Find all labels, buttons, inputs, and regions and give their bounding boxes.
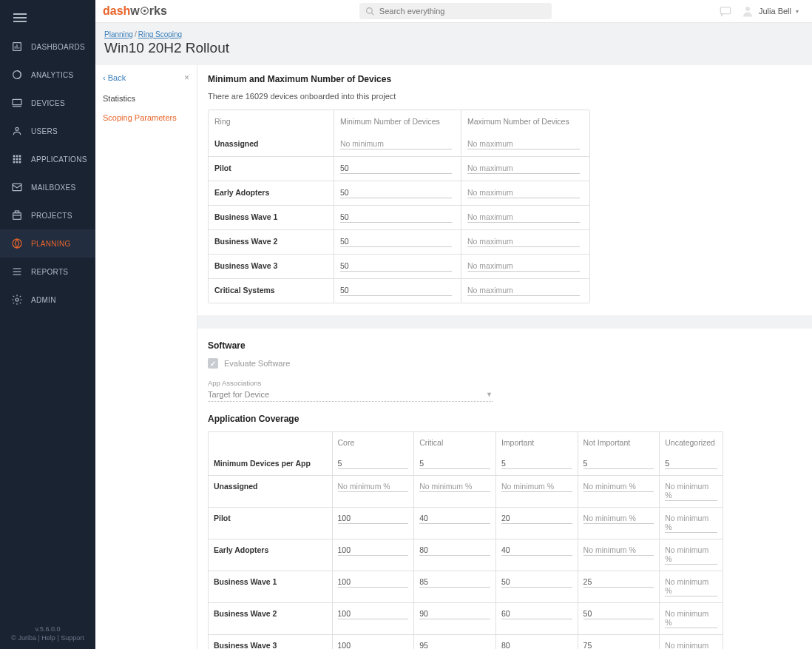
- min-devices-input[interactable]: [340, 237, 452, 247]
- max-devices-placeholder[interactable]: No maximum: [467, 286, 580, 296]
- coverage-input[interactable]: [419, 545, 490, 556]
- max-devices-placeholder[interactable]: No maximum: [467, 164, 580, 174]
- search-input[interactable]: [379, 7, 546, 16]
- th-max-devices: Maximum Number of Devices: [461, 110, 589, 132]
- th-min-devices: Minimum Number of Devices: [334, 110, 461, 132]
- coverage-input[interactable]: [338, 577, 409, 588]
- subnav-statistics[interactable]: Statistics: [95, 89, 197, 108]
- min-devices-input[interactable]: [340, 164, 452, 174]
- coverage-placeholder[interactable]: No minimum %: [665, 482, 717, 501]
- coverage-row-label: Early Adopters: [209, 539, 333, 571]
- coverage-input[interactable]: [583, 641, 654, 649]
- coverage-input[interactable]: [583, 459, 654, 469]
- nav-mailboxes[interactable]: MAILBOXES: [0, 173, 95, 201]
- min-devices-input[interactable]: [340, 212, 452, 223]
- nav-reports[interactable]: REPORTS: [0, 258, 95, 286]
- coverage-input[interactable]: [501, 514, 572, 524]
- back-link[interactable]: Back: [108, 73, 126, 82]
- user-menu[interactable]: Julia Bell ▾: [741, 4, 799, 18]
- coverage-input[interactable]: [583, 609, 654, 619]
- table-row: Business Wave 3No minimum %: [209, 634, 723, 649]
- coverage-placeholder[interactable]: No minimum %: [665, 577, 717, 596]
- coverage-input[interactable]: [338, 459, 409, 469]
- back-chevron-icon[interactable]: ‹: [103, 73, 106, 82]
- min-devices-input[interactable]: [340, 261, 452, 272]
- svg-rect-18: [13, 213, 21, 220]
- coverage-placeholder[interactable]: No minimum %: [419, 482, 490, 492]
- ring-label: Pilot: [209, 157, 334, 181]
- table-row: Critical SystemsNo maximum: [209, 278, 589, 303]
- coverage-placeholder[interactable]: No minimum %: [583, 482, 654, 492]
- nav-planning[interactable]: PLANNING: [0, 229, 95, 258]
- svg-point-31: [745, 7, 750, 11]
- breadcrumb-ring-scoping[interactable]: Ring Scoping: [138, 30, 182, 38]
- avatar-icon: [741, 4, 754, 18]
- coverage-placeholder[interactable]: No minimum %: [665, 514, 717, 533]
- max-devices-placeholder[interactable]: No maximum: [467, 237, 580, 247]
- ring-label: Business Wave 2: [209, 230, 334, 254]
- min-devices-input[interactable]: [340, 188, 452, 198]
- planning-icon: [10, 237, 24, 250]
- coverage-input[interactable]: [501, 577, 572, 588]
- coverage-input[interactable]: [501, 641, 572, 649]
- coverage-placeholder[interactable]: No minimum %: [665, 609, 717, 628]
- coverage-input[interactable]: [419, 641, 490, 649]
- coverage-input[interactable]: [338, 641, 409, 649]
- nav-admin[interactable]: ADMIN: [0, 286, 95, 314]
- coverage-placeholder[interactable]: No minimum %: [338, 482, 409, 492]
- coverage-input[interactable]: [583, 577, 654, 588]
- svg-rect-9: [16, 155, 18, 158]
- table-row: UnassignedNo minimum %No minimum %No min…: [209, 475, 723, 507]
- coverage-placeholder[interactable]: No minimum %: [583, 545, 654, 556]
- device-count-text: There are 16029 devices onboarded into t…: [208, 92, 802, 101]
- coverage-input[interactable]: [338, 545, 409, 556]
- sidebar-footer: v.5.6.0.0 © Juriba | Help | Support: [0, 619, 95, 649]
- hamburger-icon[interactable]: [13, 13, 27, 24]
- evaluate-software-label: Evaluate Software: [224, 359, 290, 368]
- min-devices-input[interactable]: [340, 286, 452, 296]
- applications-icon: [10, 152, 24, 166]
- min-devices-placeholder[interactable]: No minimum: [340, 139, 452, 149]
- version-label: v.5.6.0.0: [0, 625, 95, 633]
- coverage-placeholder[interactable]: No minimum %: [501, 482, 572, 492]
- coverage-input[interactable]: [501, 609, 572, 619]
- close-icon[interactable]: ×: [184, 73, 189, 83]
- max-devices-placeholder[interactable]: No maximum: [467, 212, 580, 223]
- subnav-scoping-parameters[interactable]: Scoping Parameters: [95, 108, 197, 127]
- nav-users[interactable]: USERS: [0, 117, 95, 145]
- coverage-placeholder[interactable]: No minimum %: [665, 545, 717, 565]
- nav-dashboards[interactable]: DASHBOARDS: [0, 33, 95, 61]
- coverage-input[interactable]: [419, 459, 490, 469]
- th-uncategorized: Uncategorized: [660, 432, 723, 453]
- svg-rect-14: [13, 161, 16, 164]
- messages-icon[interactable]: [719, 4, 732, 18]
- help-link[interactable]: Help: [41, 634, 55, 642]
- coverage-input[interactable]: [501, 459, 572, 469]
- coverage-placeholder[interactable]: No minimum %: [583, 514, 654, 524]
- coverage-input[interactable]: [419, 577, 490, 588]
- coverage-input[interactable]: [419, 609, 490, 619]
- nav-applications[interactable]: APPLICATIONS: [0, 145, 95, 173]
- support-link[interactable]: Support: [61, 634, 84, 642]
- coverage-input[interactable]: [338, 609, 409, 619]
- max-devices-placeholder[interactable]: No maximum: [467, 139, 580, 149]
- coverage-input[interactable]: [338, 514, 409, 524]
- breadcrumb-planning[interactable]: Planning: [104, 30, 133, 38]
- svg-line-29: [371, 13, 373, 15]
- coverage-input[interactable]: [501, 545, 572, 556]
- nav-analytics[interactable]: ANALYTICS: [0, 61, 95, 89]
- max-devices-placeholder[interactable]: No maximum: [467, 261, 580, 272]
- evaluate-software-checkbox[interactable]: [208, 358, 218, 369]
- search-box[interactable]: [359, 3, 552, 19]
- max-devices-placeholder[interactable]: No maximum: [467, 188, 580, 198]
- coverage-placeholder[interactable]: No minimum %: [665, 641, 717, 649]
- app-associations-dropdown[interactable]: Target for Device ▼: [208, 389, 493, 402]
- nav-devices[interactable]: DEVICES: [0, 89, 95, 117]
- coverage-table: Core Critical Important Not Important Un…: [208, 431, 723, 649]
- ring-label: Business Wave 3: [209, 255, 334, 278]
- coverage-input[interactable]: [419, 514, 490, 524]
- coverage-input[interactable]: [665, 459, 717, 469]
- analytics-icon: [10, 68, 24, 81]
- nav-projects[interactable]: PROJECTS: [0, 201, 95, 229]
- copyright-link[interactable]: © Juriba: [11, 634, 36, 642]
